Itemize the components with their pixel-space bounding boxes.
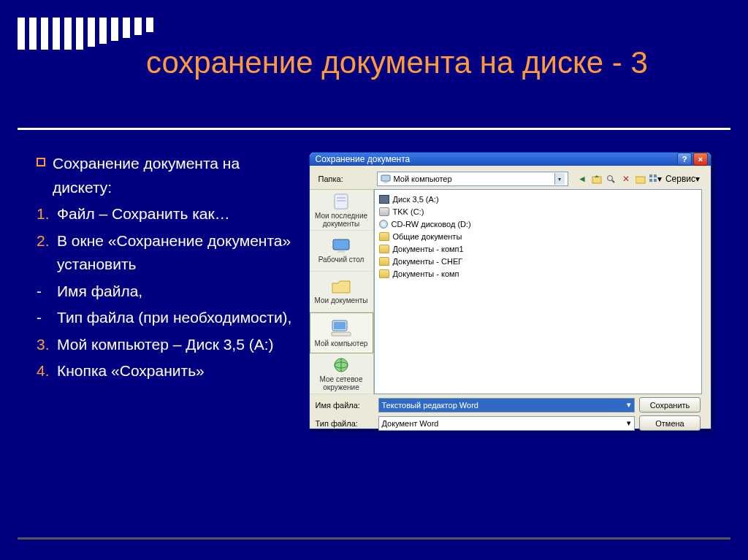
computer-icon bbox=[381, 174, 391, 184]
svg-line-4 bbox=[612, 180, 614, 183]
file-name: Документы - комп bbox=[393, 269, 459, 278]
dialog-title: Сохранение документа bbox=[316, 154, 411, 164]
bullet-text: Кнопка «Сохранить» bbox=[57, 359, 296, 383]
bullet-text: Мой компьютер – Диск 3,5 (А:) bbox=[57, 333, 296, 357]
svg-rect-9 bbox=[654, 179, 657, 182]
svg-rect-0 bbox=[381, 175, 390, 181]
svg-rect-5 bbox=[636, 177, 645, 183]
filetype-select[interactable]: Документ Word ▾ bbox=[378, 416, 635, 431]
bullet-row: 1.Файл – Сохранить как… bbox=[37, 202, 296, 226]
file-name: Документы - комп1 bbox=[393, 245, 464, 253]
list-number: 1. bbox=[37, 202, 50, 226]
drive-icon bbox=[379, 207, 389, 216]
file-name: Диск 3,5 (A:) bbox=[393, 195, 439, 204]
svg-rect-6 bbox=[649, 174, 652, 177]
service-menu[interactable]: Сервис ▾ bbox=[663, 172, 702, 185]
folder-combo[interactable]: Мой компьютер ▾ bbox=[377, 172, 568, 186]
views-icon[interactable]: ▾ bbox=[649, 172, 662, 185]
folder-icon bbox=[379, 232, 389, 241]
title-rule bbox=[18, 128, 730, 130]
bullet-row: 2.В окне «Сохранение документа» установи… bbox=[37, 229, 296, 277]
slide-title: сохранение документа на диске - 3 bbox=[146, 45, 704, 80]
list-dash: - bbox=[37, 280, 50, 304]
help-button[interactable]: ? bbox=[677, 153, 692, 166]
folder-label: Папка: bbox=[314, 174, 373, 183]
file-item[interactable]: Диск 3,5 (A:) bbox=[379, 193, 697, 205]
file-name: Документы - СНЕГ bbox=[393, 257, 463, 266]
new-folder-icon[interactable] bbox=[634, 172, 647, 185]
bullet-text: Файл – Сохранить как… bbox=[57, 202, 296, 226]
file-item[interactable]: CD-RW дисковод (D:) bbox=[379, 218, 697, 230]
folder-icon bbox=[379, 257, 389, 266]
intro-text: Сохранение документа на дискету: bbox=[53, 152, 296, 199]
bullet-square-icon bbox=[37, 158, 45, 166]
file-item[interactable]: Документы - комп bbox=[379, 267, 697, 280]
file-name: Общие документы bbox=[393, 232, 462, 241]
svg-rect-11 bbox=[337, 197, 346, 199]
save-dialog: Сохранение документа ? × Папка: Мой комп… bbox=[309, 152, 711, 429]
decorative-stripes bbox=[18, 18, 153, 50]
bullet-row: 3.Мой компьютер – Диск 3,5 (А:) bbox=[37, 333, 296, 357]
chevron-down-icon[interactable]: ▾ bbox=[627, 418, 631, 428]
file-item[interactable]: Документы - СНЕГ bbox=[379, 255, 697, 267]
dialog-titlebar[interactable]: Сохранение документа ? × bbox=[310, 153, 711, 166]
close-button[interactable]: × bbox=[693, 153, 708, 166]
chevron-down-icon[interactable]: ▾ bbox=[554, 173, 565, 185]
places-mycomputer[interactable]: Мой компьютер bbox=[310, 312, 373, 353]
list-dash: - bbox=[37, 306, 50, 330]
network-icon bbox=[331, 356, 351, 374]
file-name: CD-RW дисковод (D:) bbox=[392, 220, 471, 229]
filename-label: Имя файла: bbox=[316, 401, 374, 410]
dialog-toolbar: ◄ ✕ ▾ Сервис ▾ bbox=[573, 172, 702, 185]
folder-icon bbox=[331, 279, 351, 295]
footer-rule bbox=[18, 537, 730, 540]
delete-icon[interactable]: ✕ bbox=[619, 172, 633, 185]
file-list-area[interactable]: Диск 3,5 (A:)TKK (C:)CD-RW дисковод (D:)… bbox=[374, 189, 702, 394]
chevron-down-icon[interactable]: ▾ bbox=[627, 400, 631, 410]
search-icon[interactable] bbox=[605, 172, 618, 185]
back-icon[interactable]: ◄ bbox=[576, 172, 589, 185]
svg-rect-2 bbox=[592, 177, 601, 183]
bullet-row: -Тип файла (при необходимости), bbox=[37, 306, 296, 330]
file-item[interactable]: Документы - комп1 bbox=[379, 242, 697, 255]
places-recent[interactable]: Мои последние документы bbox=[310, 190, 373, 231]
svg-rect-12 bbox=[337, 200, 346, 202]
places-bar: Мои последние документы Рабочий стол Мои… bbox=[310, 189, 374, 394]
list-number: 2. bbox=[37, 229, 50, 277]
file-item[interactable]: Общие документы bbox=[379, 230, 697, 242]
bullet-text: Тип файла (при необходимости), bbox=[57, 306, 296, 330]
bullet-row: 4.Кнопка «Сохранить» bbox=[37, 359, 296, 383]
bullet-text: Имя файла, bbox=[57, 280, 296, 304]
file-name: TKK (C:) bbox=[393, 207, 424, 216]
places-mydocs[interactable]: Мои документы bbox=[310, 272, 373, 312]
places-desktop[interactable]: Рабочий стол bbox=[310, 231, 373, 272]
svg-rect-14 bbox=[337, 250, 345, 253]
svg-rect-7 bbox=[654, 174, 657, 177]
bullet-text: В окне «Сохранение документа» установить bbox=[57, 229, 296, 277]
svg-rect-13 bbox=[333, 239, 349, 250]
cd-icon bbox=[379, 220, 388, 229]
svg-rect-16 bbox=[334, 322, 346, 329]
bullet-row: -Имя файла, bbox=[37, 280, 296, 304]
list-number: 4. bbox=[37, 359, 50, 383]
filename-input[interactable]: Текстовый редактор Word ▾ bbox=[378, 398, 635, 413]
cancel-button[interactable]: Отмена bbox=[639, 415, 701, 431]
folder-icon bbox=[379, 245, 389, 253]
bullet-list: Сохранение документа на дискету: 1.Файл … bbox=[37, 152, 296, 429]
list-number: 3. bbox=[37, 333, 50, 357]
folder-value: Мой компьютер bbox=[394, 174, 552, 183]
up-icon[interactable] bbox=[590, 172, 603, 185]
computer-icon bbox=[330, 319, 352, 338]
save-button[interactable]: Сохранить bbox=[639, 397, 701, 413]
file-item[interactable]: TKK (C:) bbox=[379, 205, 697, 218]
folder-icon bbox=[379, 269, 389, 278]
svg-point-3 bbox=[608, 175, 613, 180]
floppy-icon bbox=[379, 195, 389, 204]
svg-rect-1 bbox=[383, 182, 388, 183]
svg-rect-17 bbox=[332, 332, 351, 336]
filetype-label: Тип файла: bbox=[316, 419, 374, 428]
svg-rect-8 bbox=[649, 179, 652, 182]
recent-icon bbox=[332, 193, 351, 210]
places-network[interactable]: Мое сетевое окружение bbox=[310, 353, 373, 394]
desktop-icon bbox=[332, 238, 351, 254]
